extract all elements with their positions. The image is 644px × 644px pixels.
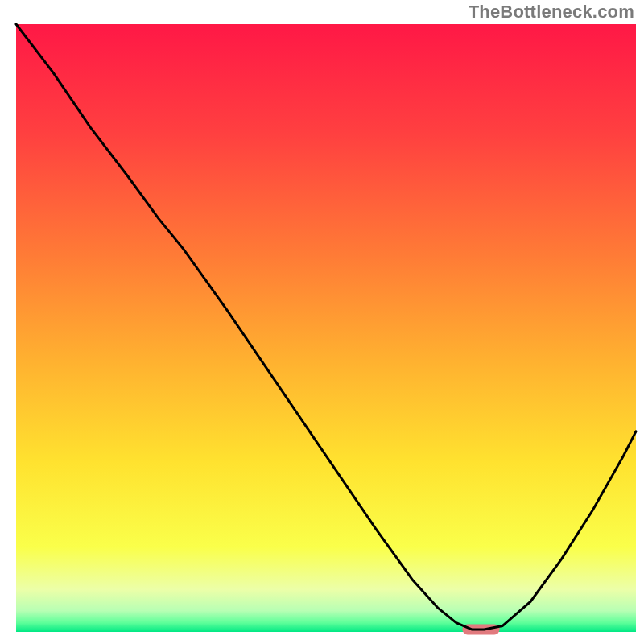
- chart-svg: [0, 0, 644, 644]
- chart-background: [16, 24, 636, 632]
